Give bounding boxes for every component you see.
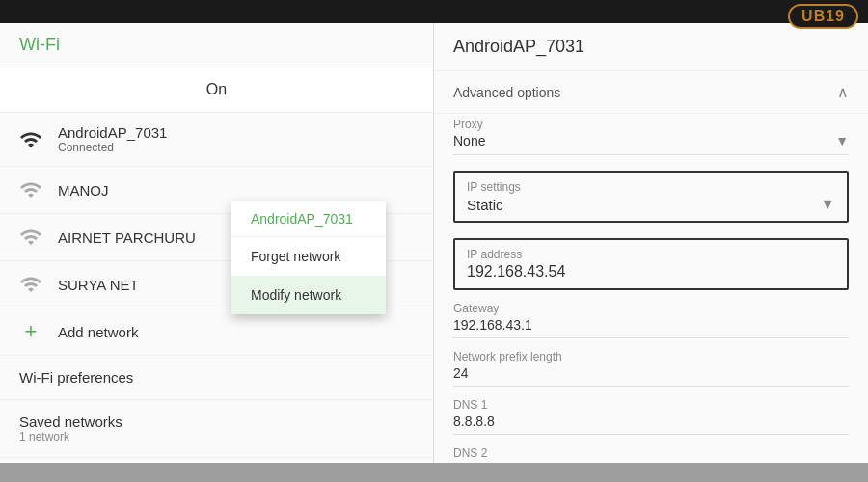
- ip-settings-box[interactable]: IP settings Static ▼: [453, 171, 849, 223]
- wifi-signal-icon-manoj: [19, 178, 42, 201]
- proxy-dropdown-arrow: ▼: [835, 133, 849, 148]
- proxy-label: Proxy: [453, 118, 849, 131]
- network-detail-header: AndroidAP_7031: [434, 23, 868, 71]
- prefix-length-label: Network prefix length: [453, 350, 849, 363]
- network-info-manoj: MANOJ: [58, 182, 414, 199]
- network-name-manoj: MANOJ: [58, 182, 414, 199]
- dns1-value: 8.8.8.8: [453, 414, 849, 435]
- toggle-row[interactable]: On: [0, 67, 433, 113]
- saved-networks-item[interactable]: Saved networks 1 network: [0, 400, 433, 458]
- ip-settings-label: IP settings: [467, 180, 835, 194]
- proxy-value-row[interactable]: None ▼: [453, 133, 849, 155]
- context-menu-modify[interactable]: Modify network: [231, 276, 386, 314]
- ip-address-box[interactable]: IP address 192.168.43.54: [453, 238, 849, 290]
- gateway-value: 192.168.43.1: [453, 317, 849, 338]
- logo-area: UB19: [788, 4, 858, 29]
- prefix-length-row: Network prefix length 24: [434, 346, 868, 394]
- proxy-row: Proxy None ▼: [434, 114, 868, 163]
- network-status-androidap: Connected: [58, 141, 414, 154]
- ip-settings-value: Static: [467, 197, 503, 213]
- ip-settings-value-row: Static ▼: [467, 196, 835, 213]
- add-network-item[interactable]: + Add network: [0, 308, 433, 356]
- gateway-label: Gateway: [453, 302, 849, 315]
- advanced-options-row[interactable]: Advanced options ∧: [434, 71, 868, 114]
- context-menu: AndroidAP_7031 Forget network Modify net…: [231, 201, 386, 314]
- prefix-length-value: 24: [453, 365, 849, 387]
- saved-networks-sub: 1 network: [19, 430, 414, 443]
- chevron-up-icon: ∧: [837, 83, 849, 101]
- saved-networks-label: Saved networks: [19, 414, 414, 430]
- wifi-preferences-item[interactable]: Wi-Fi preferences: [0, 356, 433, 400]
- wifi-header: Wi-Fi: [0, 23, 433, 67]
- advanced-options-label: Advanced options: [453, 85, 560, 100]
- ip-address-value: 192.168.43.54: [467, 263, 835, 281]
- dns1-row: DNS 1 8.8.8.8: [434, 394, 868, 442]
- right-panel: AndroidAP_7031 Advanced options ∧ Proxy …: [434, 23, 868, 482]
- wifi-signal-icon-surya: [19, 273, 42, 296]
- wifi-title: Wi-Fi: [19, 35, 60, 54]
- network-info-androidap: AndroidAP_7031 Connected: [58, 124, 414, 154]
- main-container: Wi-Fi On AndroidAP_7031 Connected: [0, 23, 868, 482]
- dns1-label: DNS 1: [453, 398, 849, 412]
- wifi-preferences-label: Wi-Fi preferences: [19, 369, 414, 386]
- dns2-label: DNS 2: [453, 446, 849, 460]
- gateway-row: Gateway 192.168.43.1: [434, 298, 868, 346]
- ip-address-label: IP address: [467, 248, 835, 261]
- wifi-connected-icon: [19, 128, 42, 151]
- bottom-bar: [0, 463, 868, 482]
- wifi-signal-icon-airnet: [19, 226, 42, 249]
- context-menu-forget[interactable]: Forget network: [231, 237, 386, 276]
- status-bar: [0, 0, 868, 23]
- add-icon: +: [19, 320, 42, 343]
- context-menu-network-name: AndroidAP_7031: [231, 201, 386, 237]
- network-item-androidap[interactable]: AndroidAP_7031 Connected: [0, 113, 433, 167]
- network-name-androidap: AndroidAP_7031: [58, 124, 414, 141]
- proxy-value: None: [453, 133, 485, 148]
- wifi-toggle-label: On: [206, 81, 227, 98]
- add-network-label: Add network: [58, 324, 138, 340]
- ip-settings-dropdown-arrow: ▼: [820, 196, 835, 213]
- logo-text: UB19: [801, 8, 845, 25]
